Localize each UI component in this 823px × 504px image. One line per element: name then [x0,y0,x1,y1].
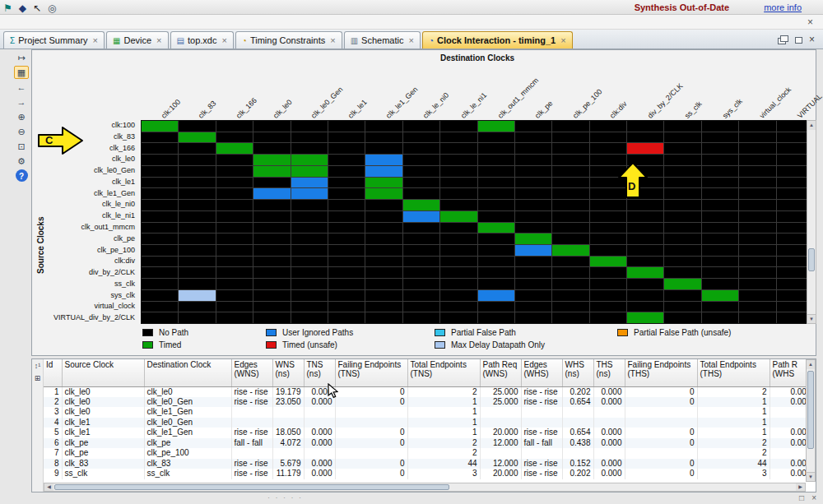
matrix-cell[interactable] [627,257,663,267]
scroll-right-icon[interactable]: ▶ [796,483,805,491]
matrix-cell[interactable] [365,290,402,301]
matrix-cell[interactable] [552,200,588,210]
matrix-cell[interactable] [365,279,402,289]
matrix-cell[interactable] [179,279,215,289]
matrix-cell[interactable] [216,178,253,188]
table-header-cell[interactable]: Source Clock [62,359,144,386]
matrix-cell[interactable] [291,302,328,312]
matrix-cell[interactable] [179,267,215,278]
matrix-cell[interactable] [291,234,328,244]
matrix-cell[interactable] [552,121,588,132]
table-header-cell[interactable]: WNS (ns) [272,359,304,386]
matrix-cell[interactable] [253,302,290,312]
matrix-cell[interactable] [664,257,700,267]
matrix-cell[interactable] [702,279,738,289]
matrix-cell[interactable] [365,166,402,177]
matrix-cell[interactable] [216,302,253,312]
matrix-cell[interactable] [142,267,178,278]
matrix-cell[interactable] [515,312,551,323]
back-icon[interactable]: ← [14,81,29,94]
matrix-cell[interactable] [291,200,328,210]
matrix-cell[interactable] [142,234,178,244]
matrix-cell[interactable] [627,223,663,234]
matrix-cell[interactable] [403,245,439,256]
scrollbar-thumb[interactable] [54,484,449,490]
matrix-cell[interactable] [440,178,477,188]
table-header-cell[interactable]: Total Endpoints (TNS) [407,359,480,386]
target-icon[interactable]: ◎ [48,2,56,14]
matrix-cell[interactable] [253,245,290,256]
matrix-cell[interactable] [179,155,215,165]
matrix-cell[interactable] [403,178,439,188]
settings-icon[interactable]: ⚙ [14,155,29,168]
matrix-cell[interactable] [253,279,290,289]
matrix-cell[interactable] [664,290,700,301]
close-icon[interactable]: × [809,35,815,44]
matrix-cell[interactable] [515,279,551,289]
matrix-cell[interactable] [179,257,215,267]
matrix-cell[interactable] [702,132,738,143]
close-icon[interactable]: × [811,493,816,502]
matrix-cell[interactable] [328,302,365,312]
matrix-cell[interactable] [328,245,365,256]
matrix-cell[interactable] [702,223,738,234]
matrix-cell[interactable] [328,211,365,222]
matrix-cell[interactable] [328,188,365,199]
matrix-cell[interactable] [627,211,663,222]
matrix-cell[interactable] [702,257,738,267]
matrix-cell[interactable] [142,223,178,234]
table-header-cell[interactable]: Path R (WHS [770,359,806,386]
matrix-cell[interactable] [179,245,215,256]
matrix-cell[interactable] [664,166,700,177]
matrix-cell[interactable] [365,178,402,188]
matrix-cell[interactable] [627,290,663,301]
matrix-cell[interactable] [478,200,514,210]
matrix-cell[interactable] [253,290,290,301]
matrix-cell[interactable] [664,121,700,132]
matrix-cell[interactable] [403,290,439,301]
matrix-cell[interactable] [365,223,402,234]
matrix-cell[interactable] [365,245,402,256]
splitter-handle[interactable]: · · · · · [267,493,303,502]
matrix-cell[interactable] [216,132,253,143]
matrix-cell[interactable] [590,267,626,278]
tab-close-icon[interactable]: × [330,35,335,45]
matrix-cell[interactable] [440,302,477,312]
table-row[interactable]: 5clk_le1clk_le1_Genrise - rise18.0500.00… [44,428,806,438]
matrix-cell[interactable] [179,121,215,132]
matrix-cell[interactable] [440,155,477,165]
table-header-cell[interactable]: Total Endpoints (THS) [697,359,770,386]
matrix-cell[interactable] [478,188,514,199]
matrix-cell[interactable] [590,257,626,267]
matrix-cell[interactable] [739,234,775,244]
matrix-cell[interactable] [664,302,700,312]
table-header-cell[interactable]: Destination Clock [144,359,231,386]
matrix-cell[interactable] [739,290,775,301]
matrix-cell[interactable] [552,257,588,267]
matrix-cell[interactable] [328,178,365,188]
matrix-cell[interactable] [291,178,328,188]
matrix-cell[interactable] [142,188,178,199]
matrix-cell[interactable] [739,178,775,188]
matrix-cell[interactable] [478,302,514,312]
matrix-cell[interactable] [328,234,365,244]
matrix-cell[interactable] [328,132,365,143]
matrix-cell[interactable] [664,188,700,199]
matrix-cell[interactable] [179,143,215,154]
matrix-cell[interactable] [515,302,551,312]
matrix-cell[interactable] [590,290,626,301]
matrix-cell[interactable] [627,302,663,312]
flag-icon[interactable]: ⚑ [3,2,12,14]
matrix-cell[interactable] [590,121,626,132]
matrix-cell[interactable] [253,234,290,244]
matrix-cell[interactable] [478,290,514,301]
matrix-cell[interactable] [627,312,663,323]
matrix-cell[interactable] [664,245,700,256]
matrix-cell[interactable] [328,143,365,154]
matrix-cell[interactable] [627,234,663,244]
matrix-cell[interactable] [515,245,551,256]
matrix-cell[interactable] [664,267,700,278]
tab-clock-interaction-timing-1[interactable]: ◔Clock Interaction - timing_1× [422,31,573,49]
matrix-cell[interactable] [739,200,775,210]
matrix-cell[interactable] [216,267,253,278]
